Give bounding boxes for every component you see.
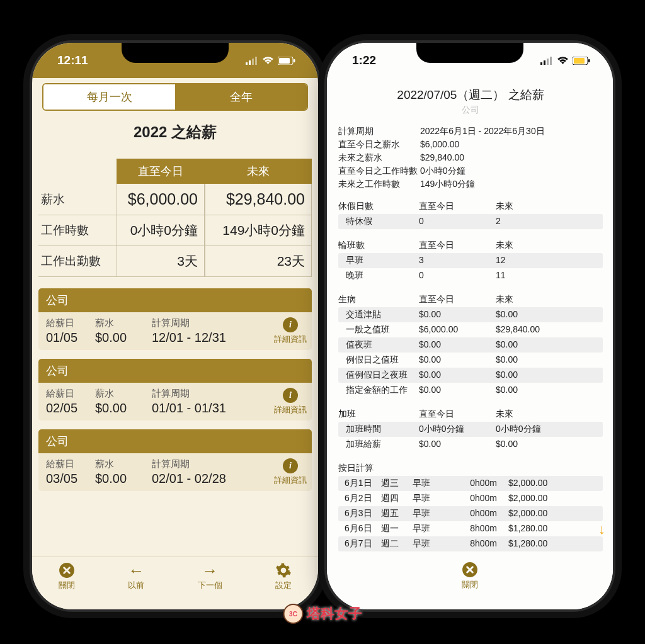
svg-rect-5 xyxy=(279,58,290,64)
daily-row: 6月3日週五早班0h00m$2,000.00 xyxy=(338,506,603,521)
breakdown-sections: 休假日數直至今日未來特休假02輪班數直至今日未來早班312晚班011生病直至今日… xyxy=(338,199,603,452)
svg-rect-3 xyxy=(255,57,257,65)
section-row: 指定金額的工作$0.00$0.00 xyxy=(338,383,603,398)
pay-card[interactable]: 公司 給薪日02/05 薪水$0.00 計算周期01/01 - 01/31 i詳… xyxy=(38,359,312,421)
watermark-text: 塔科女子 xyxy=(307,604,362,623)
breakdown-section: 輪班數直至今日未來早班312晚班011 xyxy=(338,238,603,283)
svg-rect-10 xyxy=(547,59,549,65)
notch xyxy=(416,43,523,63)
pay-card[interactable]: 公司 給薪日01/05 薪水$0.00 計算周期12/01 - 12/31 i詳… xyxy=(38,288,312,350)
section-row: 一般之值班$6,000.00$29,840.00 xyxy=(338,322,603,337)
info-button[interactable]: i詳細資訊 xyxy=(274,317,307,345)
svg-rect-13 xyxy=(574,58,585,64)
section-row: 加班給薪$0.00$0.00 xyxy=(338,437,603,452)
nav-label: 設定 xyxy=(275,580,292,591)
next-button[interactable]: → 下一個 xyxy=(198,562,222,591)
detail-content: 2022/07/05（週二） 之給薪 公司 計算周期2022年6月1日 - 20… xyxy=(327,78,613,556)
summary-row: 直至今日之薪水$6,000.00 xyxy=(338,139,603,150)
info-icon: i xyxy=(283,388,298,403)
daily-row: 6月1日週三早班0h00m$2,000.00 xyxy=(338,476,603,491)
daily-row: 6月2日週四早班0h00m$2,000.00 xyxy=(338,491,603,506)
section-row: 交通津貼$0.00$0.00 xyxy=(338,307,603,322)
daily-section-title: 按日計算 xyxy=(338,461,603,476)
row-future: 23天 xyxy=(205,246,312,277)
card-company: 公司 xyxy=(38,288,312,312)
notch xyxy=(122,43,229,63)
info-button[interactable]: i詳細資訊 xyxy=(274,458,307,486)
wifi-icon xyxy=(557,57,569,65)
close-button[interactable]: 關閉 xyxy=(462,562,478,590)
battery-icon xyxy=(573,57,590,65)
summary-row: 直至今日之工作時數0小時0分鐘 xyxy=(338,166,603,177)
section-title: 休假日數 xyxy=(338,201,419,212)
daily-row: 6月7日週二早班8h00m$1,280.00 xyxy=(338,536,603,551)
seg-yearly[interactable]: 全年 xyxy=(175,84,307,110)
info-button[interactable]: i詳細資訊 xyxy=(274,388,307,415)
page-title: 2022 之給薪 xyxy=(38,122,312,142)
detail-title: 2022/07/05（週二） 之給薪 xyxy=(338,87,603,103)
nav-label: 關閉 xyxy=(59,580,75,591)
pay-period-cards: 公司 給薪日01/05 薪水$0.00 計算周期12/01 - 12/31 i詳… xyxy=(38,288,312,491)
scroll-down-indicator-icon[interactable]: ↓ xyxy=(598,521,605,538)
watermark: 3C 塔科女子 xyxy=(283,604,362,624)
svg-rect-1 xyxy=(249,60,251,65)
summary-row: 未來之薪水$29,840.00 xyxy=(338,152,603,164)
arrow-right-icon: → xyxy=(202,562,218,579)
info-icon: i xyxy=(283,317,298,332)
section-row: 值例假日之夜班$0.00$0.00 xyxy=(338,368,603,383)
signal-icon xyxy=(540,57,553,65)
summary-row: 未來之工作時數149小時0分鐘 xyxy=(338,179,603,190)
prev-button[interactable]: ← 以前 xyxy=(128,562,144,591)
pay-card[interactable]: 公司 給薪日03/05 薪水$0.00 計算周期02/01 - 02/28 i詳… xyxy=(38,429,312,491)
status-time: 12:11 xyxy=(57,54,88,67)
row-label: 工作出勤數 xyxy=(38,246,117,277)
seg-monthly[interactable]: 每月一次 xyxy=(43,84,175,110)
gear-icon xyxy=(275,562,292,579)
battery-icon xyxy=(278,57,295,65)
svg-rect-14 xyxy=(588,59,590,62)
nav-label: 下一個 xyxy=(198,580,222,591)
wifi-icon xyxy=(262,57,274,65)
breakdown-section: 加班直至今日未來加班時間0小時0分鐘0小時0分鐘加班給薪$0.00$0.00 xyxy=(338,407,603,452)
row-label: 工作時數 xyxy=(38,215,117,246)
main-content: 每月一次 全年 2022 之給薪 直至今日 未來 薪水 $6,000.00 $2… xyxy=(32,83,318,491)
svg-rect-11 xyxy=(550,57,552,65)
row-future: 149小時0分鐘 xyxy=(205,215,312,246)
status-icons xyxy=(246,57,295,65)
svg-rect-2 xyxy=(252,59,254,65)
info-icon: i xyxy=(283,458,298,473)
settings-button[interactable]: 設定 xyxy=(275,562,292,591)
summary-table: 直至今日 未來 薪水 $6,000.00 $29,840.00工作時數 0小時0… xyxy=(38,159,312,277)
svg-rect-0 xyxy=(246,62,248,65)
svg-rect-6 xyxy=(294,59,295,62)
section-title: 加班 xyxy=(338,409,419,420)
section-title: 輪班數 xyxy=(338,240,419,251)
breakdown-section: 休假日數直至今日未來特休假02 xyxy=(338,199,603,229)
status-icons xyxy=(540,57,590,65)
row-today: 3天 xyxy=(117,246,205,277)
close-button[interactable]: 關閉 xyxy=(59,562,75,591)
phone-right: 1:22 2022/07/05（週二） 之給薪 公司 計算周期2022年6月1日… xyxy=(327,43,613,609)
section-row: 晚班011 xyxy=(338,268,603,283)
section-row: 加班時間0小時0分鐘0小時0分鐘 xyxy=(338,422,603,437)
card-company: 公司 xyxy=(38,359,312,383)
arrow-left-icon: ← xyxy=(128,562,144,579)
period-segmented-control[interactable]: 每月一次 全年 xyxy=(42,83,308,111)
bottom-nav: 關閉 ← 以前 → 下一個 設定 xyxy=(32,556,318,609)
bottom-nav: 關閉 xyxy=(327,556,613,609)
nav-label: 關閉 xyxy=(462,579,478,590)
row-today: $6,000.00 xyxy=(117,184,205,215)
summary-row: 計算周期2022年6月1日 - 2022年6月30日 xyxy=(338,126,603,137)
row-label: 薪水 xyxy=(38,184,117,215)
section-row: 特休假02 xyxy=(338,214,603,229)
section-title: 生病 xyxy=(338,294,419,305)
section-row: 值夜班$0.00$0.00 xyxy=(338,337,603,353)
phone-left: 12:11 每月一次 全年 2022 之給薪 直至今日 未來 薪水 $6,000… xyxy=(32,43,318,609)
daily-row: 6月6日週一早班8h00m$1,280.00 xyxy=(338,521,603,536)
col-future: 未來 xyxy=(205,159,312,184)
svg-rect-9 xyxy=(544,60,545,65)
breakdown-section: 生病直至今日未來交通津貼$0.00$0.00一般之值班$6,000.00$29,… xyxy=(338,292,603,398)
row-today: 0小時0分鐘 xyxy=(117,215,205,246)
signal-icon xyxy=(246,57,258,65)
section-row: 例假日之值班$0.00$0.00 xyxy=(338,353,603,368)
